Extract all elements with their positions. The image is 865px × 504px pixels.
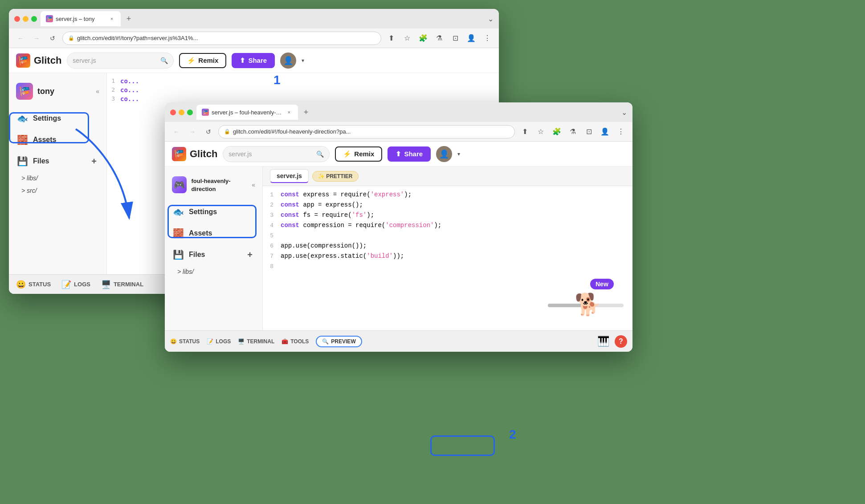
profile-back[interactable]: 👤 (465, 32, 477, 45)
line-code-8 (281, 261, 632, 271)
code-line-4: 4 const compression = require('compressi… (263, 220, 632, 231)
nav-back-front[interactable]: ← (170, 126, 183, 138)
tab-back[interactable]: 🎏 server.js – tony × (41, 11, 121, 26)
traffic-light-red-front[interactable] (170, 110, 176, 115)
share-page-front[interactable]: ⬆ (518, 126, 531, 138)
menu-front[interactable]: ⋮ (615, 126, 627, 138)
prettier-button[interactable]: ✨ PRETTIER (312, 171, 359, 182)
help-button[interactable]: ? (615, 335, 627, 348)
search-bar-front[interactable]: server.js 🔍 (223, 146, 330, 162)
new-tab-front[interactable]: + (300, 106, 312, 118)
line-code-4: const compression = require('compression… (281, 220, 632, 230)
new-tab-back[interactable]: + (122, 12, 135, 25)
tree-src-back[interactable]: > src/ (9, 184, 106, 197)
chrome-more-front[interactable]: ⌄ (621, 108, 627, 117)
traffic-light-yellow-back[interactable] (23, 16, 29, 22)
status-item-status-back[interactable]: 😀 STATUS (16, 280, 51, 289)
tab-close-front[interactable]: × (286, 109, 293, 116)
tools-label-front: TOOLS (290, 338, 309, 345)
dropdown-arrow-back[interactable]: ▾ (302, 57, 304, 64)
flask-front[interactable]: ⚗ (567, 126, 579, 138)
status-item-terminal-front[interactable]: 🖥️ TERMINAL (238, 338, 274, 345)
chrome-titlebar-back: 🎏 server.js – tony × + ⌄ (9, 9, 499, 28)
tab-close-back[interactable]: × (108, 15, 115, 22)
chrome-more-back[interactable]: ⌄ (488, 15, 494, 23)
address-bar-front[interactable]: 🔒 glitch.com/edit/#!/foul-heavenly-direc… (218, 125, 515, 138)
line-num-2: 2 (263, 200, 281, 210)
status-bar-front: 😀 STATUS 📝 LOGS 🖥️ TERMINAL 🧰 TOOLS 🔍 PR… (165, 330, 632, 352)
sidebar-item-files-front[interactable]: 💾 Files + (165, 244, 262, 265)
share-page-back[interactable]: ⬆ (385, 32, 397, 45)
sidebar-item-assets-back[interactable]: 🧱 Assets (9, 129, 106, 150)
status-item-logs-back[interactable]: 📝 LOGS (61, 280, 90, 289)
extensions-front[interactable]: 🧩 (551, 126, 563, 138)
files-add-front[interactable]: + (245, 249, 255, 260)
sidebar-collapse-front[interactable]: « (252, 181, 255, 188)
code-line-5: 5 (263, 231, 632, 241)
glitch-header-back: 🎏 Glitch server.js 🔍 ⚡ Remix ⬆ Share 👤 ▾ (9, 48, 499, 73)
dog-mascot: 🐕 (575, 292, 601, 317)
fullscreen-back[interactable]: ⊡ (449, 32, 461, 45)
files-label-back: Files (33, 157, 49, 165)
traffic-light-yellow-front[interactable] (179, 110, 184, 115)
status-item-terminal-back[interactable]: 🖥️ TERMINAL (101, 280, 143, 289)
line-code-7: app.use(express.static('build')); (281, 251, 632, 261)
status-item-status-front[interactable]: 😀 STATUS (170, 338, 200, 345)
tree-libs-back[interactable]: > libs/ (9, 172, 106, 184)
sidebar-item-settings-front[interactable]: 🐟 Settings (165, 201, 262, 223)
status-item-logs-front[interactable]: 📝 LOGS (207, 338, 231, 345)
sidebar-item-assets-front[interactable]: 🧱 Assets (165, 223, 262, 244)
dropdown-arrow-front[interactable]: ▾ (457, 151, 460, 157)
traffic-light-green-back[interactable] (31, 16, 37, 22)
nav-refresh-back[interactable]: ↺ (46, 32, 59, 45)
sidebar-collapse-back[interactable]: « (96, 88, 99, 95)
nav-refresh-front[interactable]: ↺ (202, 126, 215, 138)
nav-forward-front[interactable]: → (186, 126, 199, 138)
fullscreen-front[interactable]: ⊡ (583, 126, 595, 138)
search-placeholder-front: server.js (228, 150, 252, 158)
extensions-back[interactable]: 🧩 (417, 32, 429, 45)
url-text-back: glitch.com/edit/#!/tony?path=server.js%3… (77, 35, 198, 41)
status-item-preview-front[interactable]: 🔍 PREVIEW (316, 336, 362, 347)
menu-back[interactable]: ⋮ (481, 32, 494, 45)
piano-icon: 🎹 (597, 336, 609, 347)
status-item-tools-front[interactable]: 🧰 TOOLS (282, 338, 309, 345)
tab-front[interactable]: 🎏 server.js – foul-heavenly-direc × (196, 105, 298, 120)
traffic-light-red-back[interactable] (14, 16, 20, 22)
files-add-back[interactable]: + (89, 156, 99, 167)
flask-back[interactable]: ⚗ (433, 32, 445, 45)
share-button-back[interactable]: ⬆ Share (232, 53, 275, 68)
tree-libs-front[interactable]: > libs/ (165, 265, 262, 278)
line-num-7: 7 (263, 251, 281, 261)
tools-icon-front: 🧰 (282, 338, 288, 345)
bookmark-front[interactable]: ☆ (535, 126, 547, 138)
tab-favicon-front: 🎏 (202, 109, 209, 116)
avatar-back[interactable]: 👤 (280, 53, 296, 69)
sidebar-item-settings-back[interactable]: 🐟 Settings (9, 108, 106, 129)
bookmark-back[interactable]: ☆ (401, 32, 413, 45)
share-button-front[interactable]: ⬆ Share (388, 146, 431, 162)
piano-button[interactable]: 🎹 (597, 336, 609, 347)
address-actions-front: ⬆ ☆ 🧩 ⚗ ⊡ 👤 ⋮ (518, 126, 627, 138)
traffic-light-green-front[interactable] (187, 110, 193, 115)
remix-button-back[interactable]: ⚡ Remix (179, 53, 226, 68)
terminal-label-front: TERMINAL (247, 338, 274, 345)
glitch-logo-text-front: Glitch (190, 148, 217, 160)
address-actions-back: ⬆ ☆ 🧩 ⚗ ⊡ 👤 ⋮ (385, 32, 494, 45)
line-code-2: const app = express(); (281, 200, 632, 210)
status-icon-back: 😀 (16, 280, 26, 289)
sidebar-item-files-back[interactable]: 💾 Files + (9, 150, 106, 172)
search-bar-back[interactable]: server.js 🔍 (67, 53, 174, 69)
remix-button-front[interactable]: ⚡ Remix (335, 146, 382, 162)
avatar-front[interactable]: 👤 (436, 146, 452, 162)
profile-front[interactable]: 👤 (599, 126, 611, 138)
assets-icon-back: 🧱 (16, 134, 29, 146)
nav-forward-back[interactable]: → (30, 32, 43, 45)
nav-back-back[interactable]: ← (14, 32, 27, 45)
sidebar-back: 🎏 tony « 🐟 Settings 🧱 Assets 💾 Files + >… (9, 73, 107, 294)
project-avatar-back: 🎏 (16, 83, 33, 100)
address-bar-back[interactable]: 🔒 glitch.com/edit/#!/tony?path=server.js… (62, 32, 381, 45)
line-code-3: const fs = require('fs'); (281, 210, 632, 220)
code-tab-server-js[interactable]: server.js (270, 169, 309, 183)
code-line-7: 7 app.use(express.static('build')); (263, 251, 632, 261)
